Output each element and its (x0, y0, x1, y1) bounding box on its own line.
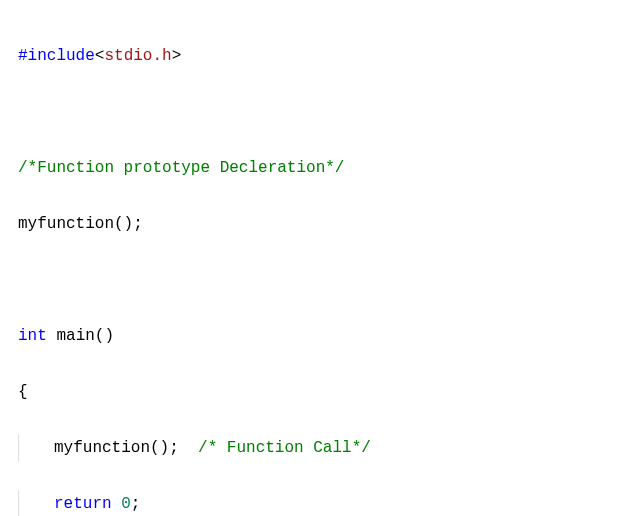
parens-semicolon: (); (114, 215, 143, 233)
code-line-7: { (18, 378, 631, 406)
semicolon: ; (131, 495, 141, 513)
function-name: myfunction (18, 215, 114, 233)
space (112, 495, 122, 513)
code-line-3: /*Function prototype Decleration*/ (18, 154, 631, 182)
code-editor: #include<stdio.h> /*Function prototype D… (0, 0, 631, 516)
number-literal: 0 (121, 495, 131, 513)
code-line-2 (18, 98, 631, 126)
comment-text: /*Function prototype Decleration*/ (18, 159, 344, 177)
angle-open: < (95, 47, 105, 65)
return-keyword: return (54, 495, 112, 513)
indent-guide: return 0; (18, 490, 140, 516)
comment-text: /* Function Call*/ (198, 439, 371, 457)
code-line-6: int main() (18, 322, 631, 350)
indent-guide: myfunction(); /* Function Call*/ (18, 434, 371, 462)
code-line-9: return 0; (18, 490, 631, 516)
parens: () (95, 327, 114, 345)
code-line-8: myfunction(); /* Function Call*/ (18, 434, 631, 462)
code-line-4: myfunction(); (18, 210, 631, 238)
angle-close: > (172, 47, 182, 65)
code-line-1: #include<stdio.h> (18, 42, 631, 70)
function-name: main (56, 327, 94, 345)
space (47, 327, 57, 345)
code-line-5 (18, 266, 631, 294)
function-call: myfunction(); (54, 439, 198, 457)
header-name: stdio.h (104, 47, 171, 65)
preprocessor-directive: #include (18, 47, 95, 65)
brace-open: { (18, 383, 28, 401)
type-keyword: int (18, 327, 47, 345)
